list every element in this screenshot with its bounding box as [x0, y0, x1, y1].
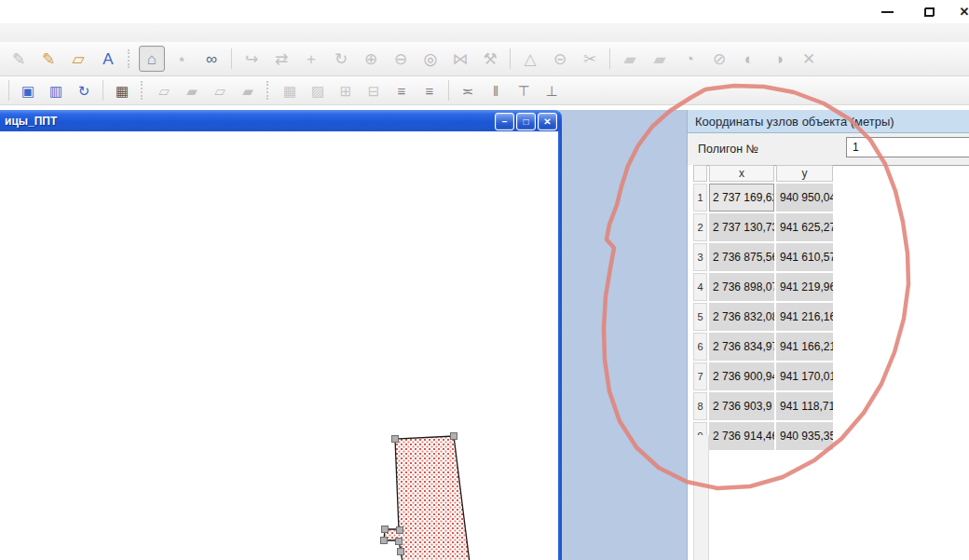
cell-x[interactable]: 2 736 875,56 [709, 243, 774, 271]
vertex-handle [451, 433, 457, 440]
erase-arc-icon[interactable]: ◔ [676, 46, 703, 72]
align-center-v-icon[interactable]: ≍ [456, 79, 480, 102]
funnel-icon[interactable]: ⋈ [447, 46, 473, 72]
cell-x[interactable]: 2 737 169,62 [709, 184, 774, 212]
db-preview-icon[interactable]: ▣ [16, 79, 40, 102]
folder-edit-icon[interactable]: ▱ [65, 46, 91, 72]
table-header-row: x y [693, 165, 833, 182]
digitize-pencil-icon[interactable]: ✎ [6, 46, 32, 72]
vertex-handle [396, 539, 403, 545]
row-number-cell[interactable]: 1 [693, 184, 707, 212]
grid-reject-icon[interactable]: ▨ [306, 79, 330, 102]
cell-y[interactable]: 941 610,57 [776, 243, 833, 271]
coordinates-panel: Координаты узлов объекта (метры) Полигон… [687, 110, 969, 560]
row-number-cell[interactable]: 5 [693, 303, 707, 331]
grid-accept-icon[interactable]: ▦ [278, 79, 302, 102]
draw-polygon-icon[interactable]: ⌂ [139, 46, 165, 72]
row-number-cell[interactable]: 6 [693, 333, 707, 361]
align-left-icon[interactable]: ≡ [389, 79, 414, 102]
toolbar-grip [266, 81, 271, 100]
split-lines-icon[interactable]: ✂ [577, 46, 603, 72]
toolbar-separator [510, 48, 511, 69]
move-object-icon[interactable]: + [298, 46, 324, 72]
map-window-title: ицы_ППТ [0, 115, 57, 128]
cell-y[interactable]: 941 219,96 [776, 273, 833, 301]
hatch-circles-icon[interactable]: ◑ [766, 46, 792, 72]
blend-circles-icon[interactable]: ◐ [736, 46, 762, 72]
subtract-shape-icon[interactable]: ⊝ [547, 46, 573, 72]
rotate-object-icon[interactable]: ↻ [328, 46, 354, 72]
polygon-number-input[interactable] [846, 137, 969, 157]
hammer-icon[interactable]: ⚒ [477, 46, 503, 72]
map-maximize-button[interactable]: □ [516, 113, 536, 130]
map-drawing [0, 131, 558, 560]
align-bottom-icon[interactable]: ⊥ [539, 79, 564, 102]
app-restore-button[interactable] [913, 0, 945, 23]
remove-selection-icon[interactable]: ⊖ [388, 46, 414, 72]
table-corner-cell [693, 165, 707, 182]
row-number-cell[interactable]: 2 [693, 213, 707, 241]
cell-y[interactable]: 941 170,01 [776, 362, 833, 390]
map-preview-icon[interactable]: ▥ [44, 79, 68, 102]
align-center-h-icon[interactable]: ‖ [484, 79, 508, 102]
tiles-icon[interactable]: ▦ [110, 79, 134, 102]
panel-title: Координаты узлов объекта (метры) [688, 115, 894, 129]
app-close-button[interactable]: ✕ [960, 0, 969, 23]
map-window-border [558, 130, 562, 560]
minimize-icon [881, 11, 894, 13]
polyline-arrow-icon[interactable]: ↪ [239, 46, 265, 72]
merge-layer-icon[interactable]: ▰ [236, 79, 260, 102]
map-canvas[interactable] [0, 131, 558, 560]
row-number-cell[interactable]: 7 [693, 362, 707, 390]
delete-object-icon[interactable]: ✕ [796, 46, 822, 72]
group-layer-icon[interactable]: ▱ [208, 79, 232, 102]
cell-x[interactable]: 2 736 914,46 [709, 422, 774, 450]
align-top-icon[interactable]: ⊤ [512, 79, 536, 102]
cell-x[interactable]: 2 737 130,73 [709, 213, 774, 241]
edit-nodes-icon[interactable]: ⋆ [169, 46, 195, 72]
swap-arrows-icon[interactable]: ⇄ [268, 46, 294, 72]
close-icon: ✕ [543, 116, 551, 127]
cell-y[interactable]: 941 625,27 [776, 213, 833, 241]
report-refresh-icon[interactable]: ↻ [72, 79, 96, 102]
table-body: 12 737 169,62940 950,0422 737 130,73941 … [693, 184, 833, 450]
fill-edit-icon[interactable]: ▰ [617, 46, 643, 72]
toolbar-grip [128, 49, 132, 68]
cell-x[interactable]: 2 736 903,9 [709, 392, 774, 420]
map-window: ицы_ППТ – □ ✕ [0, 110, 562, 560]
map-close-button[interactable]: ✕ [538, 113, 557, 130]
cell-y[interactable]: 941 166,21 [776, 333, 833, 361]
column-header-x[interactable]: x [709, 165, 774, 182]
toolbar-row-1: ✎✎▱A⌂⋆∞↪⇄+↻⊕⊖◎⋈⚒△⊝✂▰▰◔⊘◐◑✕ [0, 42, 969, 76]
map-minimize-button[interactable]: – [495, 113, 514, 130]
cell-y[interactable]: 940 950,04 [776, 184, 833, 212]
align-right-icon[interactable]: ≡ [417, 79, 442, 102]
column-header-y[interactable]: y [776, 165, 833, 182]
fill-delete-icon[interactable]: ▰ [647, 46, 673, 72]
row-number-cell[interactable]: 8 [693, 392, 707, 420]
row-number-cell[interactable]: 4 [693, 273, 707, 301]
column-add-icon[interactable]: ⊞ [334, 79, 358, 102]
coordinates-table: x y 12 737 169,62940 950,0422 737 130,73… [693, 165, 833, 450]
app-minimize-button[interactable] [871, 0, 903, 23]
paste-layer-icon[interactable]: ▰ [180, 79, 204, 102]
cell-y[interactable]: 941 118,71 [776, 392, 833, 420]
cell-y[interactable]: 941 216,16 [776, 303, 833, 331]
map-window-titlebar[interactable]: ицы_ППТ – □ ✕ [0, 110, 562, 131]
cell-x[interactable]: 2 736 898,07 [709, 273, 774, 301]
draw-lines-pencil-icon[interactable]: ✎ [35, 46, 61, 72]
add-selection-icon[interactable]: ⊕ [358, 46, 384, 72]
cell-x[interactable]: 2 736 834,97 [709, 333, 774, 361]
no-fill-icon[interactable]: ⊘ [706, 46, 732, 72]
cell-x[interactable]: 2 736 832,08 [709, 303, 774, 331]
row-number-cell[interactable]: 3 [693, 243, 707, 271]
vertex-handle [381, 538, 388, 544]
cell-y[interactable]: 940 935,35 [776, 422, 833, 450]
column-remove-icon[interactable]: ⊟ [362, 79, 386, 102]
copy-layer-icon[interactable]: ▱ [152, 79, 176, 102]
text-edit-icon[interactable]: A [95, 46, 121, 72]
target-ring-icon[interactable]: ◎ [417, 46, 444, 72]
cell-x[interactable]: 2 736 900,94 [709, 362, 774, 390]
polygon-stats-icon[interactable]: △ [517, 46, 543, 72]
link-objects-icon[interactable]: ∞ [198, 46, 225, 72]
